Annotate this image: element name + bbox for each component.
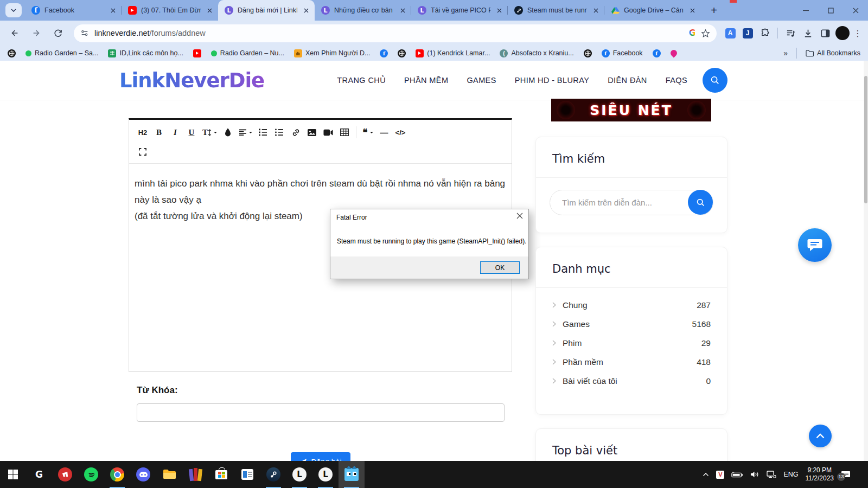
downloads-icon[interactable]: [801, 26, 815, 40]
speaker-icon[interactable]: [750, 471, 760, 478]
tab-youtube[interactable]: (3) 07. Thôi Em Đừng: [122, 0, 218, 21]
quote-button[interactable]: ❝: [360, 124, 376, 140]
battery-icon[interactable]: [731, 471, 743, 478]
link-button[interactable]: [288, 124, 304, 140]
winrar-icon[interactable]: [182, 461, 208, 488]
pico-park-taskbar-icon[interactable]: [339, 461, 365, 488]
close-window-button[interactable]: [843, 0, 868, 21]
category-phan-mem[interactable]: Phần mềm418: [552, 352, 711, 371]
nav-faqs[interactable]: FAQS: [666, 76, 687, 85]
notification-center-icon[interactable]: 13: [841, 471, 851, 479]
discord-icon[interactable]: [130, 461, 156, 488]
tab-dang-bai-moi-active[interactable]: L Đăng bài mới | LinkNe: [218, 0, 315, 21]
bold-button[interactable]: B: [151, 124, 167, 140]
unordered-list-button[interactable]: [271, 124, 288, 140]
v-app-tray-icon[interactable]: V: [716, 471, 724, 479]
image-button[interactable]: [304, 124, 320, 140]
text-size-button[interactable]: T: [200, 124, 220, 140]
code-button[interactable]: </>: [392, 124, 409, 140]
italic-button[interactable]: I: [167, 124, 183, 140]
tab-google-drive[interactable]: Google Drive – Cảnh b: [604, 0, 701, 21]
bookmark-youtube-1[interactable]: [193, 49, 201, 57]
forum-search-button[interactable]: [688, 190, 713, 215]
align-button[interactable]: [236, 124, 255, 140]
bookmark-xem-phim[interactable]: Xem Phim Người D...: [294, 49, 370, 57]
minimize-button[interactable]: [793, 0, 818, 21]
category-phim[interactable]: Phim29: [552, 333, 711, 352]
lnd-launcher-icon-2[interactable]: L: [312, 461, 339, 488]
page-scrollbar-thumb[interactable]: [864, 76, 867, 203]
start-button[interactable]: [0, 461, 26, 488]
restore-button[interactable]: [818, 0, 843, 21]
text-color-button[interactable]: [220, 124, 236, 140]
j-extension-icon[interactable]: J: [741, 26, 755, 40]
file-explorer-icon[interactable]: [156, 461, 182, 488]
tab-facebook[interactable]: f Facebook: [25, 0, 122, 21]
all-bookmarks-button[interactable]: All Bookmarks: [806, 49, 860, 57]
media-playlist-icon[interactable]: [783, 26, 797, 40]
category-bai-viet-cua-toi[interactable]: Bài viết của tôi0: [552, 371, 711, 390]
bookmark-star-icon[interactable]: [701, 29, 710, 38]
bookmark-facebook-1[interactable]: f: [380, 49, 388, 57]
microsoft-store-icon[interactable]: [208, 461, 234, 488]
site-logo[interactable]: LinkNeverDie: [119, 69, 264, 92]
translate-extension-icon[interactable]: A: [723, 26, 737, 40]
bookmark-globe-3[interactable]: [584, 49, 592, 57]
chat-button[interactable]: [798, 228, 832, 262]
bookmark-radio-garden-2[interactable]: Radio Garden – Nu...: [211, 49, 284, 57]
close-tab-icon[interactable]: [302, 6, 310, 15]
nav-phan-mem[interactable]: PHẦN MỀM: [404, 76, 448, 85]
steam-icon[interactable]: [260, 461, 286, 488]
address-bar[interactable]: linkneverdie.net/forums/addnew G: [74, 24, 717, 42]
category-chung[interactable]: Chung287: [552, 296, 711, 314]
logitech-ghub-icon[interactable]: G: [26, 461, 52, 488]
nav-games[interactable]: GAMES: [467, 76, 496, 85]
new-tab-button[interactable]: +: [706, 3, 722, 18]
spotify-icon[interactable]: [78, 461, 104, 488]
tab-pico-park[interactable]: L Tải về game PICO PAR: [411, 0, 508, 21]
taskbar-clock[interactable]: 9:20 PM 11/2/2023: [806, 466, 834, 483]
bookmark-radio-garden-1[interactable]: Radio Garden – Sa...: [25, 49, 98, 57]
forward-button[interactable]: [27, 24, 46, 42]
bookmarks-overflow-icon[interactable]: »: [783, 49, 788, 57]
bookmark-pink-drop[interactable]: [671, 50, 677, 56]
table-button[interactable]: [336, 124, 353, 140]
side-panel-icon[interactable]: [818, 26, 832, 40]
bookmark-kendrick[interactable]: (1) Kendrick Lamar...: [416, 49, 490, 57]
bookmark-sheets[interactable]: ID,Link các môn họ...: [108, 49, 183, 57]
nav-trang-chu[interactable]: TRANG CHỦ: [337, 76, 386, 85]
language-indicator[interactable]: ENG: [783, 471, 798, 478]
bookmark-globe-2[interactable]: [398, 49, 406, 57]
nav-phim-hd[interactable]: PHIM HD - BLURAY: [515, 76, 589, 85]
tab-search-button[interactable]: [5, 3, 22, 17]
site-search-button[interactable]: [703, 68, 727, 93]
lnd-launcher-icon-1[interactable]: L: [286, 461, 312, 488]
reload-button[interactable]: [49, 24, 67, 42]
keyword-input[interactable]: [137, 403, 505, 422]
network-icon[interactable]: [767, 471, 776, 478]
browser-menu-icon[interactable]: ⋮: [853, 28, 863, 38]
close-tab-icon[interactable]: [495, 6, 503, 15]
riot-client-icon[interactable]: [52, 461, 78, 488]
dialog-ok-button[interactable]: OK: [480, 261, 520, 274]
bookmark-facebook-label[interactable]: fFacebook: [602, 49, 643, 57]
close-tab-icon[interactable]: [591, 6, 600, 15]
bookmark-absofacto[interactable]: (Absofacto x Kraniu...: [500, 49, 573, 57]
document-app-icon[interactable]: [234, 461, 260, 488]
bookmark-facebook-2[interactable]: f: [653, 49, 661, 57]
close-tab-icon[interactable]: [688, 6, 697, 15]
nav-dien-dan[interactable]: DIỄN ĐÀN: [608, 76, 647, 85]
close-tab-icon[interactable]: [108, 6, 117, 15]
close-tab-icon[interactable]: [205, 6, 214, 15]
bookmark-globe[interactable]: [8, 49, 16, 57]
tab-nhung-dieu-co-ban[interactable]: L Những điều cơ bản cầ: [315, 0, 411, 21]
profile-avatar[interactable]: [835, 26, 850, 40]
tray-chevron-up-icon[interactable]: [703, 472, 709, 477]
chrome-icon[interactable]: [104, 461, 130, 488]
google-g-icon[interactable]: G: [689, 28, 695, 38]
tab-steam-must-be-running[interactable]: Steam must be runnin: [508, 0, 604, 21]
category-games[interactable]: Games5168: [552, 314, 711, 333]
close-tab-icon[interactable]: [398, 6, 407, 15]
fullscreen-button[interactable]: [135, 144, 151, 160]
site-info-tune-icon[interactable]: [80, 29, 89, 37]
